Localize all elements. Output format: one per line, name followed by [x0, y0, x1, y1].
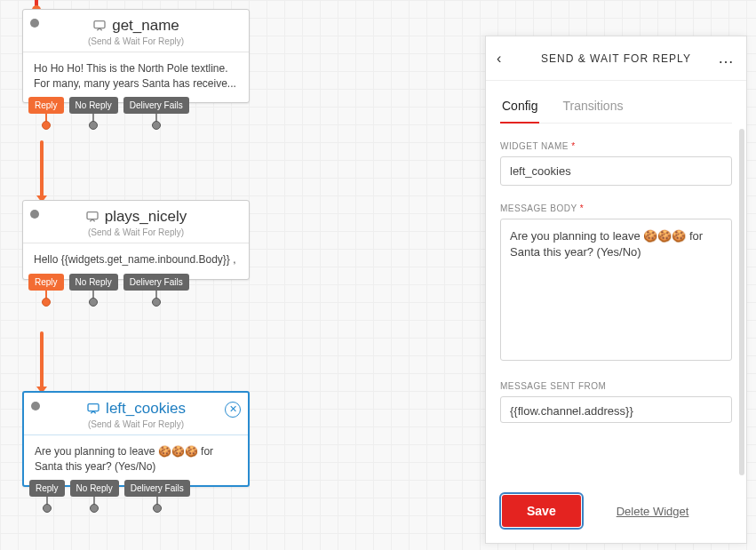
widget-body-text: Are you planning to leave 🍪🍪🍪 for Santa … — [24, 435, 248, 485]
port-delivery-fails[interactable]: Delivery Fails — [123, 274, 189, 291]
chat-icon — [85, 210, 99, 224]
port-no-reply[interactable]: No Reply — [69, 274, 118, 291]
port-no-reply[interactable]: No Reply — [70, 480, 119, 497]
widget-subtitle: (Send & Wait For Reply) — [32, 227, 240, 237]
widget-status-dot — [30, 210, 39, 219]
svg-rect-1 — [87, 212, 98, 219]
label-message-body: MESSAGE BODY * — [500, 203, 732, 213]
tab-transitions[interactable]: Transitions — [561, 93, 625, 123]
close-icon[interactable]: ✕ — [225, 402, 241, 418]
panel-scroll-area[interactable]: Config Transitions WIDGET NAME * MESSAGE… — [486, 81, 746, 484]
widget-status-dot — [30, 19, 39, 28]
config-panel: ‹ SEND & WAIT FOR REPLY … Config Transit… — [485, 36, 747, 544]
widget-status-dot — [31, 402, 40, 411]
widget-subtitle: (Send & Wait For Reply) — [32, 36, 240, 46]
svg-rect-0 — [94, 21, 105, 28]
chat-icon — [92, 19, 107, 33]
widget-title: plays_nicely — [105, 208, 187, 226]
svg-rect-2 — [88, 404, 99, 411]
connector-2 — [40, 331, 44, 392]
label-widget-name: WIDGET NAME * — [500, 141, 732, 151]
port-delivery-fails[interactable]: Delivery Fails — [124, 480, 190, 497]
sent-from-input[interactable]: {{flow.channel.address}} — [500, 396, 732, 423]
canvas-grid[interactable]: get_name (Send & Wait For Reply) Ho Ho H… — [0, 0, 756, 550]
port-delivery-fails[interactable]: Delivery Fails — [123, 97, 189, 114]
widget-get-name[interactable]: get_name (Send & Wait For Reply) Ho Ho H… — [22, 9, 250, 103]
more-icon[interactable]: … — [718, 49, 736, 68]
back-icon[interactable]: ‹ — [497, 51, 514, 67]
widget-title: get_name — [112, 17, 179, 35]
scrollbar[interactable] — [739, 129, 744, 475]
widget-subtitle: (Send & Wait For Reply) — [33, 419, 239, 429]
widget-plays-nicely[interactable]: plays_nicely (Send & Wait For Reply) Hel… — [22, 200, 250, 280]
widget-title: left_cookies — [106, 400, 186, 418]
widget-left-cookies[interactable]: left_cookies (Send & Wait For Reply) ✕ A… — [22, 391, 250, 487]
chat-icon — [86, 402, 100, 416]
connector-1 — [40, 140, 44, 201]
delete-widget-link[interactable]: Delete Widget — [617, 505, 689, 518]
panel-title: SEND & WAIT FOR REPLY — [514, 52, 718, 65]
save-button[interactable]: Save — [502, 495, 581, 527]
port-no-reply[interactable]: No Reply — [69, 97, 118, 114]
port-reply[interactable]: Reply — [28, 274, 64, 291]
tab-config[interactable]: Config — [500, 93, 539, 124]
message-body-input[interactable] — [500, 219, 732, 361]
widget-body-text: Ho Ho Ho! This is the North Pole textlin… — [23, 52, 249, 102]
port-reply[interactable]: Reply — [29, 480, 65, 497]
label-sent-from: MESSAGE SENT FROM — [500, 381, 732, 391]
widget-name-input[interactable] — [500, 156, 732, 186]
port-reply[interactable]: Reply — [28, 97, 64, 114]
